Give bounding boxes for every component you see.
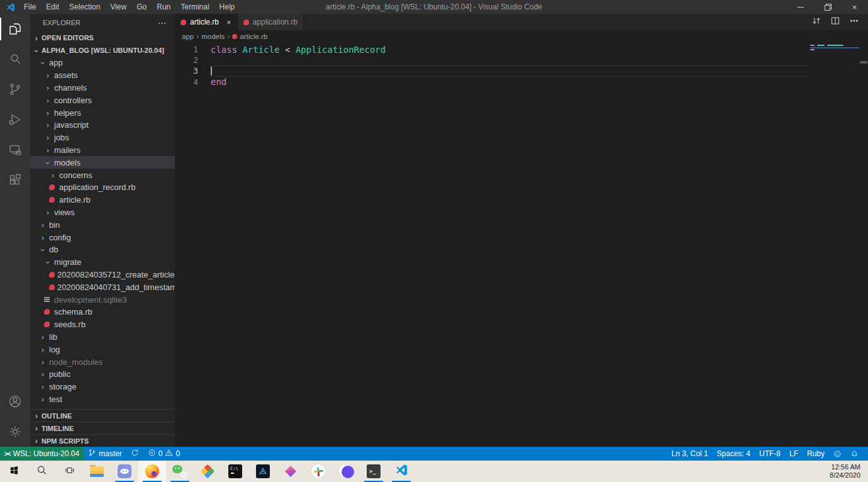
taskbar-wechat-icon[interactable] bbox=[166, 461, 194, 482]
tree-item-db[interactable]: ›db bbox=[30, 244, 175, 256]
ruby-file-icon bbox=[44, 322, 52, 327]
code-editor[interactable]: 1class Article < ApplicationRecord234end bbox=[175, 42, 868, 447]
tree-item-schema.rb[interactable]: schema.rb bbox=[30, 306, 175, 318]
taskbar-slack-icon[interactable] bbox=[304, 461, 332, 482]
breadcrumb-item-models[interactable]: models bbox=[201, 33, 225, 40]
tree-item-log[interactable]: ›log bbox=[30, 343, 175, 356]
tree-item-bin[interactable]: ›bin bbox=[30, 218, 175, 231]
chevron-right-icon: › bbox=[39, 221, 47, 229]
tree-item-storage[interactable]: ›storage bbox=[30, 381, 175, 393]
editor-scrollbar[interactable] bbox=[859, 42, 868, 447]
taskbar-start-icon[interactable] bbox=[0, 461, 28, 482]
tree-item-javascript[interactable]: ›javascript bbox=[30, 119, 175, 132]
taskbar-task-view-icon[interactable] bbox=[55, 461, 83, 482]
split-editor-icon[interactable] bbox=[830, 16, 840, 28]
breadcrumb-item-app[interactable]: app bbox=[182, 33, 194, 40]
tree-item-20200824040731_add_timestamps...[interactable]: 20200824040731_add_timestamps... bbox=[30, 281, 175, 293]
taskbar-command-prompt-icon[interactable] bbox=[221, 461, 249, 482]
ruby-file-icon bbox=[49, 272, 55, 277]
line-number: 2 bbox=[175, 55, 198, 65]
taskbar-windows-terminal-icon[interactable] bbox=[360, 461, 387, 482]
menu-item-terminal[interactable]: Terminal bbox=[175, 0, 214, 14]
taskbar-insomnia-icon[interactable] bbox=[332, 461, 360, 482]
taskbar-pinwheel-app-icon[interactable] bbox=[194, 461, 221, 482]
tree-item-20200824035712_create_articles.rb[interactable]: 20200824035712_create_articles.rb bbox=[30, 269, 175, 281]
activity-extensions-icon[interactable] bbox=[0, 165, 30, 195]
chevron-right-icon: › bbox=[39, 358, 47, 366]
taskbar-network-app-icon[interactable] bbox=[249, 461, 277, 482]
activity-explorer-icon[interactable] bbox=[0, 14, 30, 44]
menu-item-run[interactable]: Run bbox=[152, 0, 175, 14]
npm-scripts-section[interactable]: › NPM SCRIPTS bbox=[30, 434, 175, 447]
tree-item-test[interactable]: ›test bbox=[30, 393, 175, 406]
tree-item-jobs[interactable]: ›jobs bbox=[30, 132, 175, 144]
workspace-root-section[interactable]: › ALPHA_BLOG [WSL: UBUNTU-20.04] bbox=[30, 44, 175, 57]
menu-item-selection[interactable]: Selection bbox=[64, 0, 105, 14]
menu-item-file[interactable]: File bbox=[19, 0, 41, 14]
minimap[interactable] bbox=[810, 43, 859, 99]
open-editors-section[interactable]: › OPEN EDITORS bbox=[30, 31, 175, 44]
indentation-status[interactable]: Spaces: 4 bbox=[713, 447, 755, 461]
tree-item-application_record.rb[interactable]: application_record.rb bbox=[30, 181, 175, 194]
git-branch-status[interactable]: master bbox=[84, 447, 126, 461]
tab-application.rb[interactable]: application.rb bbox=[238, 14, 304, 30]
breadcrumb-item-article.rb[interactable]: article.rb bbox=[240, 33, 267, 40]
cursor-position-status[interactable]: Ln 3, Col 1 bbox=[667, 447, 713, 461]
encoding-status[interactable]: UTF-8 bbox=[755, 447, 785, 461]
tree-item-channels[interactable]: ›channels bbox=[30, 82, 175, 94]
tree-item-helpers[interactable]: ›helpers bbox=[30, 106, 175, 119]
tree-item-development.sqlite3[interactable]: development.sqlite3 bbox=[30, 293, 175, 306]
tree-item-node_modules[interactable]: ›node_modules bbox=[30, 356, 175, 368]
chevron-right-icon: › bbox=[44, 208, 52, 216]
tree-item-concerns[interactable]: ›concerns bbox=[30, 169, 175, 181]
tree-item-article.rb[interactable]: article.rb bbox=[30, 194, 175, 206]
open-changes-icon[interactable] bbox=[811, 16, 821, 28]
activity-source-control-icon[interactable] bbox=[0, 74, 30, 104]
language-mode-status[interactable]: Ruby bbox=[803, 447, 829, 461]
tree-item-views[interactable]: ›views bbox=[30, 206, 175, 219]
close-tab-icon[interactable]: × bbox=[226, 18, 231, 26]
eol-status[interactable]: LF bbox=[785, 447, 803, 461]
tree-item-assets[interactable]: ›assets bbox=[30, 69, 175, 82]
tree-item-app[interactable]: ›app bbox=[30, 57, 175, 69]
notifications-bell-icon[interactable] bbox=[846, 447, 863, 461]
problems-status[interactable]: 0 0 bbox=[143, 447, 184, 461]
feedback-icon[interactable] bbox=[829, 447, 846, 461]
tree-item-mailers[interactable]: ›mailers bbox=[30, 144, 175, 157]
menu-item-help[interactable]: Help bbox=[214, 0, 240, 14]
activity-account-icon[interactable] bbox=[0, 386, 30, 417]
tree-item-config[interactable]: ›config bbox=[30, 231, 175, 244]
tree-item-public[interactable]: ›public bbox=[30, 368, 175, 381]
taskbar-firefox-icon[interactable] bbox=[138, 461, 166, 482]
window-title: article.rb - Alpha_blog [WSL: Ubuntu-20.… bbox=[326, 3, 542, 11]
menu-item-go[interactable]: Go bbox=[131, 0, 152, 14]
menu-item-view[interactable]: View bbox=[105, 0, 131, 14]
outline-section[interactable]: › OUTLINE bbox=[30, 409, 175, 422]
taskbar-vscode-icon[interactable] bbox=[387, 461, 415, 482]
tree-item-migrate[interactable]: ›migrate bbox=[30, 256, 175, 269]
chevron-right-icon: › bbox=[39, 370, 47, 378]
taskbar-gem-app-icon[interactable] bbox=[277, 461, 304, 482]
tree-item-lib[interactable]: ›lib bbox=[30, 331, 175, 344]
remote-indicator[interactable]: >< WSL: Ubuntu-20.04 bbox=[0, 447, 84, 461]
taskbar-discord-icon[interactable] bbox=[111, 461, 138, 482]
sync-button[interactable] bbox=[126, 447, 143, 461]
tree-item-seeds.rb[interactable]: seeds.rb bbox=[30, 318, 175, 331]
maximize-restore-button[interactable] bbox=[814, 0, 841, 14]
minimize-button[interactable] bbox=[787, 0, 814, 14]
activity-run-debug-icon[interactable] bbox=[0, 104, 30, 135]
taskbar-clock[interactable]: 12:56 AM 8/24/2020 bbox=[830, 461, 868, 482]
menu-item-edit[interactable]: Edit bbox=[41, 0, 64, 14]
activity-search-icon[interactable] bbox=[0, 44, 30, 74]
more-actions-icon[interactable] bbox=[849, 16, 859, 28]
timeline-section[interactable]: › TIMELINE bbox=[30, 422, 175, 434]
taskbar-search-icon[interactable] bbox=[28, 461, 55, 482]
explorer-more-actions-icon[interactable]: ⋯ bbox=[158, 18, 167, 28]
tree-item-controllers[interactable]: ›controllers bbox=[30, 94, 175, 106]
tree-item-models[interactable]: ›models bbox=[30, 156, 175, 169]
activity-settings-icon[interactable] bbox=[0, 417, 30, 447]
taskbar-file-explorer-icon[interactable] bbox=[83, 461, 111, 482]
close-button[interactable]: × bbox=[841, 0, 868, 14]
activity-remote-explorer-icon[interactable] bbox=[0, 135, 30, 165]
tab-article.rb[interactable]: article.rb× bbox=[175, 14, 238, 30]
